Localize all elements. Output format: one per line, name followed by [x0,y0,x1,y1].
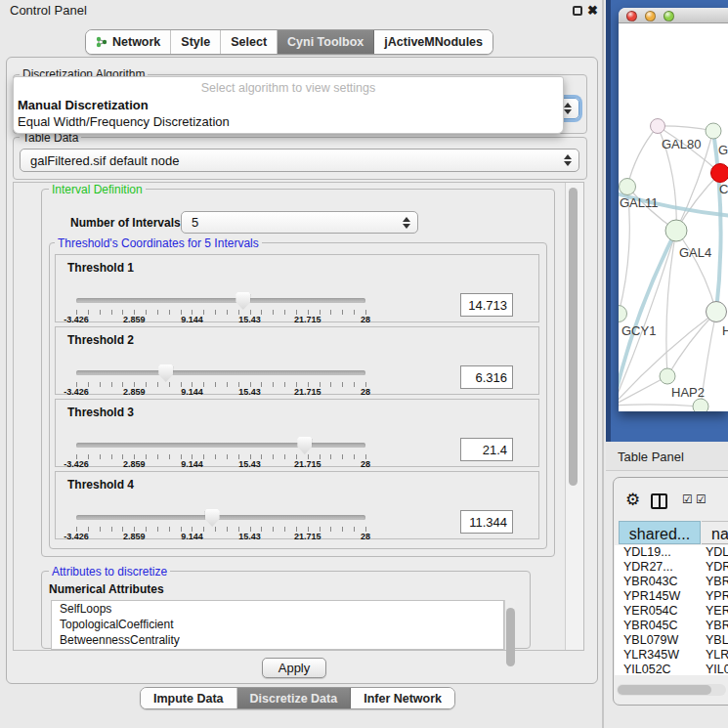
threshold-3-slider-track[interactable] [76,443,365,448]
numerical-attributes-label: Numerical Attributes [49,582,164,596]
network-node-gal11[interactable] [620,179,636,195]
threshold-2-value-field[interactable]: 6.316 [460,365,513,389]
close-icon[interactable]: ✖ [587,3,598,18]
network-node-c[interactable] [711,164,728,183]
table-row[interactable]: YLR345WYLR345W [615,648,728,663]
threshold-4-slider-thumb[interactable] [205,509,220,527]
tick-mark [354,454,355,459]
network-node-hap2[interactable] [660,368,675,384]
float-window-icon[interactable] [573,6,582,16]
tab-cyni-toolbox[interactable]: Cyni Toolbox [278,30,374,54]
tab-label: Style [181,35,210,49]
tick-mark [146,527,147,532]
gear-icon[interactable]: ⚙ [625,490,640,510]
tick-mark [354,527,355,532]
close-traffic-light-icon[interactable] [626,11,637,21]
network-canvas[interactable]: GAL80GCGAL11GAL4GCY1HHAP2 [619,24,728,411]
threshold-1-slider-track[interactable] [76,298,365,303]
threshold-4-panel: Threshold 4-3.4262.8599.14415.4321.71528… [55,471,539,539]
tick-label: 9.144 [181,459,203,469]
table-row[interactable]: YPR145WYPR145W [615,589,728,604]
tick-mark [261,454,262,459]
algorithm-dropdown-popup: Select algorithm to view settings Manual… [13,76,564,134]
column-header-shared-name[interactable]: shared... [619,521,701,544]
network-edge[interactable] [658,126,713,131]
screen: Control Panel ✖ NetworkStyleSelectCyni T… [0,0,728,728]
attributes-group-title: Attributes to discretize [49,565,170,578]
tick-mark [157,527,158,532]
attributes-list-scrollbar[interactable] [504,600,515,650]
table-row[interactable]: YBL079WYBL079W [615,633,728,648]
tick-label: 2.859 [123,315,146,324]
attribute-item-selfloops[interactable]: SelfLoops [52,601,503,617]
network-node-gcy1[interactable] [619,306,627,322]
tick-mark [100,382,101,387]
split-columns-icon[interactable] [651,493,667,509]
attribute-item-topologicalcoefficient[interactable]: TopologicalCoefficient [52,617,503,632]
table-row[interactable]: YBR043CYBR043C [615,575,728,589]
tick-mark [100,310,101,315]
table-row[interactable]: YDL19...YDL19... [615,545,728,560]
attribute-item-betweennesscentrality[interactable]: BetweennessCentrality [52,632,503,648]
network-node-h[interactable] [707,302,727,322]
node-label-gcy1: GCY1 [621,323,656,338]
dropdown-option-manual-discretization[interactable]: Manual Discretization [18,98,149,112]
network-view-window[interactable]: GAL80GCGAL11GAL4GCY1HHAP2 [619,8,728,411]
tick-mark [157,382,158,387]
tab-network[interactable]: Network [86,30,171,54]
network-edge[interactable] [627,126,658,187]
network-edge[interactable] [713,131,721,312]
table-row[interactable]: YBR045CYBR045C [615,619,728,633]
cell-shared-name: YIL052C [623,663,671,675]
threshold-4-label: Threshold 4 [67,478,134,492]
tab-jactivemnodules[interactable]: jActiveMNodules [374,30,492,54]
column-header-name[interactable]: name [702,521,728,544]
threshold-2-panel: Threshold 2-3.4262.8599.14415.4321.71528… [55,326,539,395]
tab-style[interactable]: Style [171,30,221,54]
minimize-traffic-light-icon[interactable] [645,11,656,21]
network-edge[interactable] [667,312,716,376]
cell-name: YBL079W [706,633,728,648]
horizontal-scrollbar-track[interactable] [617,684,726,696]
network-edge[interactable] [666,231,676,376]
threshold-3-slider-thumb[interactable] [297,437,312,454]
dropdown-option-equal-width-frequency[interactable]: Equal Width/Frequency Discretization [18,114,230,129]
network-node[interactable] [693,399,708,411]
tick-mark [273,527,274,532]
network-node-gal80[interactable] [651,119,665,134]
network-edge[interactable] [676,231,716,312]
threshold-4-slider-track[interactable] [76,515,365,520]
checkbox-icon[interactable]: ☑ [682,492,693,506]
threshold-2-slider-thumb[interactable] [158,364,173,382]
tick-mark [146,382,147,387]
threshold-3-value-field[interactable]: 21.4 [460,438,513,461]
network-node-gal4[interactable] [665,220,687,241]
control-panel-titlebar: Control Panel ✖ [0,0,604,21]
horizontal-scrollbar-thumb[interactable] [618,685,711,695]
apply-button[interactable]: Apply [262,658,326,678]
checkbox-icon[interactable]: ☑ [696,492,707,506]
cell-shared-name: YDR27... [623,560,673,575]
network-edge[interactable] [619,405,701,407]
network-node-g[interactable] [706,123,721,139]
bottom-tab-infer-network[interactable]: Infer Network [351,688,454,708]
network-window-titlebar[interactable] [619,8,728,23]
threshold-1-slider-thumb[interactable] [236,292,250,310]
table-row[interactable]: YER054CYER054C [615,604,728,619]
network-icon [96,36,107,48]
vertical-scrollbar-thumb[interactable] [569,188,578,486]
number-of-intervals-combobox[interactable]: 5 [181,211,418,234]
threshold-1-value-field[interactable]: 14.713 [460,293,513,317]
threshold-4-value-field[interactable]: 11.344 [460,510,513,534]
zoom-traffic-light-icon[interactable] [664,11,674,21]
bottom-tab-discretize-data[interactable]: Discretize Data [237,688,352,708]
bottom-tab-impute-data[interactable]: Impute Data [141,688,237,708]
table-row[interactable]: YIL052CYIL052C [615,663,728,675]
tab-select[interactable]: Select [221,30,278,54]
threshold-1-label: Threshold 1 [67,261,134,275]
tick-mark [146,310,147,315]
tick-mark [169,382,170,387]
threshold-2-slider-track[interactable] [76,370,365,375]
table-data-combobox[interactable]: galFiltered.sif default node [20,149,579,172]
table-row[interactable]: YDR27...YDR27... [615,560,728,575]
